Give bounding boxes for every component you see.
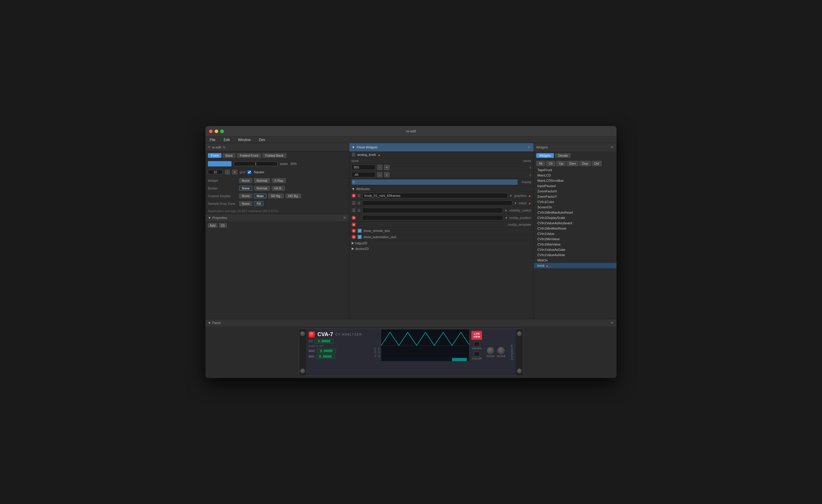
sample-fill-btn[interactable]: Fill	[254, 201, 263, 206]
tab-widgets[interactable]: Widgets	[536, 153, 554, 158]
tab-folded-back[interactable]: Folded Back	[263, 153, 287, 158]
attr-icon-cross-2[interactable]: ✕	[352, 216, 356, 220]
properties-close-btn[interactable]: ✕	[343, 216, 347, 220]
pw-close-btn[interactable]: ✕	[527, 145, 531, 149]
attr-menu-3[interactable]: ☰	[358, 209, 361, 212]
device-knob-top[interactable]	[300, 331, 305, 336]
widget-normal-btn[interactable]: Normal	[254, 178, 270, 183]
attr-icon-lines-1[interactable]: ☰	[352, 201, 356, 205]
menu-window[interactable]: Window	[236, 137, 253, 143]
sample-none-btn[interactable]: None	[239, 201, 252, 206]
widget-MainLCD[interactable]: MainLCD	[534, 173, 616, 178]
widget-knob[interactable]: knob ▲	[534, 263, 616, 268]
attr-icon-lines-2[interactable]: ☰	[352, 208, 356, 212]
widget-CVIn1DisplayScale[interactable]: CVIn1DisplayScale	[534, 215, 616, 220]
attr-icon-cross-4[interactable]: ✕	[352, 229, 356, 233]
widget-CVIn1Value[interactable]: CVIn1Value	[534, 231, 616, 236]
widgets-close-btn[interactable]: ✕	[610, 145, 614, 149]
grid-plus-btn[interactable]: +	[232, 170, 238, 174]
widget-MainLCDScrollbar[interactable]: MainLCDScrollbar	[534, 178, 616, 183]
attr-icon-cross-3[interactable]: ✕	[352, 222, 356, 227]
y-plus-btn[interactable]: +	[384, 172, 389, 177]
device-knob-bottom[interactable]	[300, 369, 305, 373]
device-right-knob-top[interactable]	[517, 331, 522, 336]
action-clr[interactable]: Clr	[546, 161, 555, 166]
menu-edit[interactable]: Edit	[222, 137, 232, 143]
widget-InputPaused[interactable]: InputPaused	[534, 183, 616, 189]
dropdown-arrow-3[interactable]: ▼	[505, 209, 507, 212]
value-input[interactable]	[362, 200, 512, 206]
action-dwn[interactable]: Dwn	[566, 161, 578, 166]
attr-icon-cross-1[interactable]: ✕	[352, 194, 356, 198]
menu-dev[interactable]: Dev	[257, 137, 267, 143]
widget-ZoomFactorX[interactable]: ZoomFactorX	[534, 189, 616, 194]
remote-box-checkbox[interactable]: ✓	[358, 229, 362, 233]
tab-decals[interactable]: Decals	[555, 153, 571, 158]
graphics-input[interactable]	[362, 193, 508, 198]
widget-CVIn1MinMaxReset[interactable]: CVIn1MinMaxReset	[534, 226, 616, 231]
device-right-knob-bottom[interactable]	[517, 369, 522, 373]
x-minus-btn[interactable]: -	[377, 165, 382, 170]
widget-CVIn1Color[interactable]: CVIn1Color	[534, 199, 616, 204]
tab-back[interactable]: Back	[223, 153, 236, 158]
tree-hdgui2d[interactable]: ▶ hdgui2D	[349, 240, 533, 246]
widget-CVIn1MinValue[interactable]: CVIn1MinValue	[534, 236, 616, 242]
border-none-btn[interactable]: None	[239, 186, 252, 191]
dropdown-arrow-1[interactable]: ▼	[510, 194, 512, 197]
menu-file[interactable]: File	[208, 137, 217, 143]
grid-checkbox[interactable]	[248, 170, 251, 174]
zoom-knob[interactable]	[487, 347, 494, 354]
tree-device2d[interactable]: ▶ device2D	[349, 246, 533, 251]
close-button[interactable]	[209, 130, 213, 133]
widget-none-btn[interactable]: None	[239, 178, 252, 183]
tooltip-pos-input[interactable]	[362, 215, 503, 220]
dropdown-arrow-2[interactable]: ▼	[514, 202, 517, 205]
widget-CVIn1MaxValue[interactable]: CVIn1MaxValue	[534, 242, 616, 247]
grid-minus-btn[interactable]: -	[225, 170, 230, 174]
minimize-button[interactable]	[215, 130, 218, 133]
widget-CVIn1ValueAsNote[interactable]: CVIn1ValueAsNote	[534, 252, 616, 258]
add-btn[interactable]: Add	[208, 223, 217, 228]
x-input[interactable]	[352, 165, 375, 170]
border-normal-btn[interactable]: Normal	[254, 186, 270, 191]
action-up[interactable]: Up	[556, 161, 566, 166]
menu-icon[interactable]: ☰	[352, 152, 356, 157]
border-hitb-btn[interactable]: Hit B.	[272, 186, 285, 191]
widget-CVIn1MinMaxAutoReset[interactable]: CVIn1MinMaxAutoReset	[534, 210, 616, 215]
dropdown-arrow-4[interactable]: ▼	[505, 216, 508, 220]
bottom-close-btn[interactable]: ✕	[610, 321, 614, 325]
maximize-button[interactable]	[220, 130, 224, 133]
custom-none-btn[interactable]: None	[239, 194, 252, 198]
visibility-input[interactable]	[362, 208, 503, 213]
action-dup[interactable]: Dup	[579, 161, 590, 166]
custom-sdbg-btn[interactable]: SD Bg.	[268, 194, 284, 198]
y-minus-btn[interactable]: -	[377, 172, 382, 177]
widget-ScreenOn[interactable]: ScreenOn	[534, 204, 616, 210]
attr-menu-1[interactable]: ☰	[358, 194, 361, 198]
color-swatch[interactable]	[208, 161, 232, 166]
widget-TapeFront[interactable]: TapeFront	[534, 167, 616, 173]
red-button[interactable]	[309, 331, 315, 338]
scale-knob[interactable]	[497, 347, 505, 354]
y-input[interactable]	[352, 172, 375, 177]
tab-folded-front[interactable]: Folded Front	[237, 153, 261, 158]
widget-MidiOn[interactable]: MidiOn	[534, 258, 616, 263]
widget-ZoomFactorY[interactable]: ZoomFactorY	[534, 194, 616, 199]
live-view-btn[interactable]: LIVEVIEW	[471, 331, 482, 340]
x-plus-btn[interactable]: +	[384, 165, 389, 170]
attr-icon-cross-5[interactable]: ✕	[352, 235, 356, 239]
widget-xray-btn[interactable]: X-Ray	[272, 178, 286, 183]
graph-btn[interactable]: GRAPH	[471, 342, 482, 350]
attr-menu-2[interactable]: ☰	[358, 201, 361, 205]
custom-main-btn[interactable]: Main	[254, 194, 266, 198]
widget-CVIn1ValueAsGate[interactable]: CVIn1ValueAsGate	[534, 247, 616, 252]
clr-btn[interactable]: Clr	[219, 223, 227, 228]
number-input[interactable]: 1	[234, 161, 278, 166]
action-del[interactable]: Del	[592, 161, 602, 166]
automation-rect-checkbox[interactable]: ✓	[358, 235, 362, 239]
action-all[interactable]: All	[536, 161, 545, 166]
custom-hdbg-btn[interactable]: HD Bg.	[286, 194, 301, 198]
tab-front[interactable]: Front	[208, 153, 222, 158]
grid-input[interactable]	[208, 170, 223, 174]
widget-CVIn1ValueAsKeyboard[interactable]: CVIn1ValueAsKeyboard	[534, 220, 616, 226]
